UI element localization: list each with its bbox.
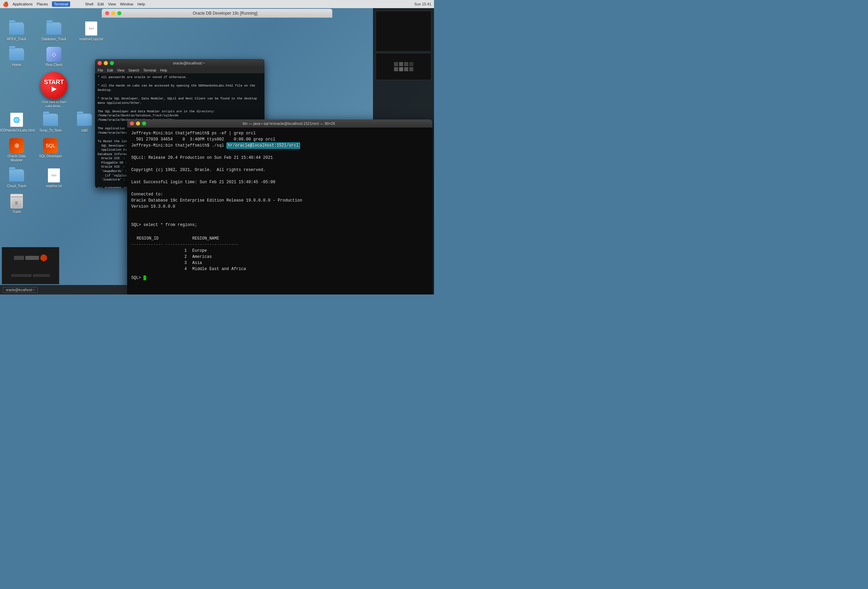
copyright: Copyright (c) 1982, 2021, Oracle. All ri…: [131, 167, 428, 173]
trash-icon[interactable]: 🗑 Trash: [5, 193, 28, 214]
main-terminal-window: bin — java • sql hr/oracle@localhost:152…: [127, 120, 432, 294]
soup-to-nuts-icon[interactable]: Soup_To_Nuts: [38, 112, 62, 133]
bg-search-menu[interactable]: Search: [128, 68, 139, 72]
window-max-btn[interactable]: [117, 11, 121, 15]
main-close-btn[interactable]: [130, 121, 134, 126]
bg-help-menu[interactable]: Help: [160, 68, 167, 72]
bg-view-menu[interactable]: View: [117, 68, 124, 72]
edit-menu[interactable]: Edit: [97, 2, 104, 6]
desktop-icons-area: APEX_Track Database_Track TXT readmeCopy…: [5, 20, 103, 214]
view-menu[interactable]: View: [108, 2, 116, 6]
apex-track-icon[interactable]: APEX_Track: [5, 20, 28, 41]
cursor: [143, 275, 146, 280]
region-divider: ------------- --------------------------…: [131, 241, 428, 248]
region-row-2: 2 Americas: [131, 254, 428, 260]
main-max-btn[interactable]: [142, 121, 146, 126]
bg-terminal-titlebar: oracle@localhost:~: [95, 59, 264, 67]
main-min-btn[interactable]: [136, 121, 140, 126]
sqlcl-version: SQLcl: Release 20.4 Production on Sun Fe…: [131, 155, 428, 161]
sql-query: SQL> select * from regions;: [131, 222, 428, 228]
terminal-menu[interactable]: Terminal: [52, 1, 70, 7]
help-menu[interactable]: Help: [137, 2, 145, 6]
applications-menu[interactable]: Applications: [13, 2, 32, 6]
main-terminal-content: Jeffreys-Mini:bin thatjeffsmith$ ps -ef …: [127, 127, 432, 294]
region-name-header: REGION_NAME: [192, 235, 219, 241]
oracle-data-modeler-icon[interactable]: ⊕ Oracle Data Modeler: [5, 138, 28, 163]
start-button[interactable]: START ▶: [40, 72, 68, 99]
region-row-1: 1 Europe: [131, 248, 428, 254]
region-id-header: REGION_ID: [131, 235, 192, 241]
main-window-title: Oracle DB Developer 19c [Running]: [121, 11, 329, 16]
thumbnail: [2, 247, 59, 284]
sql-prompt: SQL>: [131, 275, 428, 281]
cmd-ps: Jeffreys-Mini:bin thatjeffsmith$ ps -ef …: [131, 130, 428, 136]
shell-menu[interactable]: Shell: [85, 2, 93, 6]
last-login: Last Successful login time: Sun Feb 21 2…: [131, 179, 428, 185]
readme-icon[interactable]: TXT readme.txt: [42, 167, 66, 188]
taskbar: oracle@localhost:~: [0, 285, 127, 294]
taskbar-item[interactable]: oracle@localhost:~: [3, 287, 38, 293]
desktop: Oracle DB Developer 19c [Running] APEX_T…: [0, 8, 434, 294]
apple-menu[interactable]: 🍎: [3, 1, 9, 7]
places-menu[interactable]: Places: [37, 2, 48, 6]
region-table: REGION_ID REGION_NAME ------------- ----…: [131, 235, 428, 272]
bg-min-btn[interactable]: [104, 61, 108, 65]
bg-max-btn[interactable]: [110, 61, 114, 65]
cmd-sqlcl: Jeffreys-Mini:bin thatjeffsmith$ ./sql h…: [131, 142, 428, 149]
db-info: Oracle Database 19c Enterprise Edition R…: [131, 197, 428, 204]
home-icon[interactable]: Home: [5, 46, 28, 67]
main-terminal-title: bin — java • sql hr/oracle@localhost:152…: [148, 121, 430, 126]
bg-edit-menu[interactable]: Edit: [107, 68, 113, 72]
click-here-label: Click here to Start Labs Brow...: [40, 101, 68, 108]
bg-terminal-menu-item[interactable]: Terminal: [143, 68, 156, 72]
readme-copy-icon[interactable]: TXT readmeCopy.txt: [79, 20, 103, 41]
window-close-btn[interactable]: [105, 11, 109, 15]
region-row-4: 4 Middle East and Africa: [131, 266, 428, 272]
bg-terminal-title: oracle@localhost:~: [116, 61, 262, 65]
ps-result: 501 27039 34654 0 3:40PM ttys002 0:00.00…: [131, 136, 428, 142]
odd-hands-icon[interactable]: 🌐 ODDHandsOnLabs.html: [5, 112, 28, 133]
menubar-time: Sun 15:41: [414, 2, 431, 6]
apex-track-label: APEX_Track: [7, 37, 27, 41]
region-row-3: 3 Asia: [131, 260, 428, 266]
database-track-label: Database_Track: [42, 37, 66, 41]
sqld-icon[interactable]: sqld: [72, 112, 96, 133]
main-terminal-titlebar: bin — java • sql hr/oracle@localhost:152…: [127, 120, 432, 127]
rest-client-icon[interactable]: ◇ Rest Client: [42, 46, 66, 67]
bg-close-btn[interactable]: [97, 61, 102, 65]
database-track-icon[interactable]: Database_Track: [42, 20, 66, 41]
window-min-btn[interactable]: [111, 11, 115, 15]
bg-terminal-menu: File Edit View Search Terminal Help: [95, 67, 264, 73]
sql-developer-icon[interactable]: SQL SQL Developer: [38, 138, 62, 158]
window-menu[interactable]: Window: [120, 2, 133, 6]
connection-string: hr/oracle@localhost:1521/orcl: [226, 142, 300, 149]
menubar: 🍎 Applications Places Terminal Shell Edi…: [0, 0, 434, 8]
cloud-track-icon[interactable]: Cloud_Track: [5, 167, 28, 188]
readme-copy-label: readmeCopy.txt: [79, 37, 103, 41]
db-version: Version 19.3.0.0.0: [131, 204, 428, 210]
bg-file-menu[interactable]: File: [97, 68, 103, 72]
connected-to: Connected to:: [131, 191, 428, 197]
